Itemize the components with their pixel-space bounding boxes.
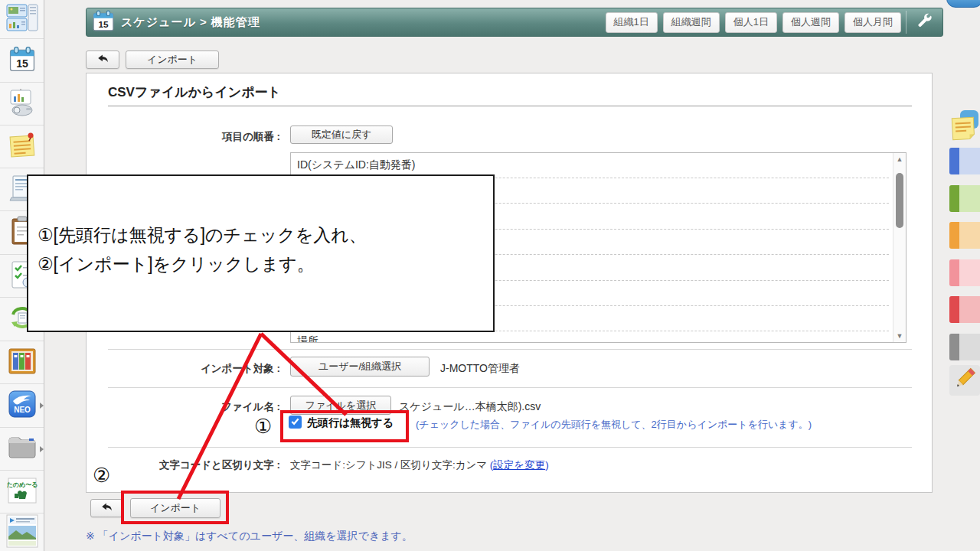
- annotation-callout-box: ①[先頭行は無視する]のチェックを入れ、 ②[インポート]をクリックします。: [27, 174, 495, 332]
- header-divider: [906, 11, 906, 34]
- scroll-down-icon[interactable]: ▼: [893, 332, 906, 340]
- back-button[interactable]: [86, 51, 119, 69]
- label-swatch-red[interactable]: [949, 296, 980, 323]
- schedule-icon: 15: [8, 45, 36, 76]
- ignore-first-line-label[interactable]: 先頭行は無視する: [307, 416, 394, 430]
- neo-icon: NEO: [7, 389, 38, 422]
- sidebar-item-ad-banner[interactable]: [0, 514, 44, 551]
- target-label: インポート対象 :: [87, 362, 280, 376]
- choose-file-label: ファイルを選択: [305, 399, 377, 412]
- check-icon: [290, 416, 300, 429]
- sticky-note-icon[interactable]: [949, 110, 978, 145]
- svg-text:NEO: NEO: [14, 406, 31, 414]
- expand-arrow-icon[interactable]: [40, 446, 44, 452]
- file-value: スケジュール…本橋太郎).csv: [399, 400, 541, 414]
- svg-text:15: 15: [98, 19, 109, 29]
- scroll-up-icon[interactable]: ▲: [893, 155, 906, 163]
- app-root: 15: [0, 0, 980, 551]
- svg-text:15: 15: [16, 57, 28, 70]
- ad-banner-icon: [5, 514, 39, 551]
- order-label: 項目の順番 :: [87, 130, 280, 144]
- page-title: CSVファイルからインポート: [108, 83, 281, 101]
- sidebar-item-facility[interactable]: [0, 83, 44, 126]
- row-divider: [108, 447, 912, 448]
- heading-rule: [108, 106, 912, 106]
- facility-icon: [6, 87, 38, 121]
- swatch-strip: [949, 334, 959, 360]
- label-swatch-orange[interactable]: [949, 222, 980, 249]
- breadcrumb: スケジュール > 機能管理: [121, 15, 260, 30]
- view-button-org-day[interactable]: 組織1日: [606, 12, 658, 33]
- sidebar-item-tanomail[interactable]: たのめ〜る: [0, 471, 44, 514]
- import-button-label: インポート: [147, 53, 198, 67]
- change-settings-link[interactable]: 設定を変更: [493, 459, 545, 471]
- settings-button[interactable]: [907, 8, 942, 36]
- encoding-label: 文字コードと区切り文字 :: [87, 458, 280, 472]
- view-button-personal-month[interactable]: 個人月間: [844, 12, 901, 33]
- sidebar-item-cabinet[interactable]: [0, 341, 44, 384]
- view-button-personal-week[interactable]: 個人週間: [782, 12, 839, 33]
- row-divider: [108, 387, 912, 388]
- link-paren-close: ): [545, 459, 549, 471]
- back-button-bottom[interactable]: [90, 499, 122, 517]
- wrench-icon: [916, 12, 933, 32]
- cabinet-icon: [7, 346, 38, 380]
- encoding-value-text: 文字コード:シフトJIS / 区切り文字:カンマ: [290, 459, 490, 471]
- sidebar-item-schedule[interactable]: 15: [0, 39, 44, 83]
- scrollbar-thumb[interactable]: [896, 173, 903, 228]
- annotation-line1: ①[先頭行は無視する]のチェックを入れ、: [38, 220, 367, 249]
- import-button-label: インポート: [150, 501, 201, 515]
- svg-text:たのめ〜る: たのめ〜る: [7, 481, 38, 488]
- module-header: 15 スケジュール > 機能管理 組織1日 組織週間 個人1日 個人週間 個人月…: [86, 8, 943, 37]
- listbox-item-first[interactable]: ID(システムID:自動発番): [297, 158, 416, 172]
- swatch-strip: [949, 148, 959, 174]
- schedule-icon: 15: [92, 9, 115, 35]
- encoding-value: 文字コード:シフトJIS / 区切り文字:カンマ (設定を変更): [290, 458, 549, 472]
- swatch-strip: [949, 222, 959, 249]
- reset-default-label: 既定値に戻す: [312, 128, 372, 142]
- sidebar-item-folder[interactable]: [0, 428, 44, 471]
- tanomail-icon: たのめ〜る: [7, 475, 38, 509]
- sidebar-item-portal[interactable]: [0, 0, 44, 39]
- file-label: ファイル名 :: [87, 400, 280, 414]
- ignore-first-line-hint: (チェックした場合、ファイルの先頭行を無視して、2行目からインポートを行います。…: [416, 418, 812, 432]
- ignore-first-line-checkbox[interactable]: [289, 416, 302, 429]
- swatch-strip: [949, 185, 959, 212]
- edit-button[interactable]: [949, 365, 980, 396]
- view-buttons: 組織1日 組織週間 個人1日 個人週間 個人月間: [600, 8, 901, 36]
- row-divider: [108, 349, 912, 350]
- label-swatch-gray[interactable]: [949, 334, 980, 360]
- portal-icon: [6, 2, 38, 36]
- annotation-text: ①[先頭行は無視する]のチェックを入れ、 ②[インポート]をクリックします。: [38, 220, 367, 279]
- footer-note: ※ 「インポート対象」はすべてのユーザー、組織を選択できます。: [86, 530, 413, 543]
- choose-file-button[interactable]: ファイルを選択: [290, 396, 391, 415]
- reset-default-button[interactable]: 既定値に戻す: [290, 126, 393, 144]
- user-org-select-label: ユーザー/組織選択: [318, 360, 401, 373]
- memo-icon: [7, 130, 38, 164]
- view-button-org-week[interactable]: 組織週間: [663, 12, 720, 33]
- sidebar-item-neo[interactable]: NEO: [0, 384, 44, 428]
- swatch-strip: [949, 259, 959, 286]
- label-swatch-blue[interactable]: [949, 148, 980, 174]
- back-arrow-icon: [96, 53, 109, 67]
- annotation-line2: ②[インポート]をクリックします。: [38, 249, 367, 279]
- listbox-item-partial[interactable]: 場所: [297, 334, 318, 343]
- view-button-personal-day[interactable]: 個人1日: [725, 12, 777, 33]
- pencil-icon: [952, 366, 978, 395]
- folder-icon: [6, 434, 38, 465]
- listbox-scrollbar[interactable]: ▲ ▼: [893, 153, 906, 342]
- user-org-select-button[interactable]: ユーザー/組織選択: [290, 357, 430, 377]
- sidebar-item-memo[interactable]: [0, 126, 44, 168]
- import-button-bottom[interactable]: インポート: [130, 498, 220, 518]
- target-value: J-MOTTO管理者: [440, 362, 520, 376]
- swatch-strip: [949, 296, 959, 323]
- import-button-top[interactable]: インポート: [126, 51, 219, 69]
- label-swatch-green[interactable]: [949, 185, 980, 212]
- label-swatch-pink[interactable]: [949, 259, 980, 286]
- top-round-button[interactable]: [946, 0, 980, 8]
- back-arrow-icon: [100, 501, 113, 515]
- expand-arrow-icon[interactable]: [40, 403, 44, 409]
